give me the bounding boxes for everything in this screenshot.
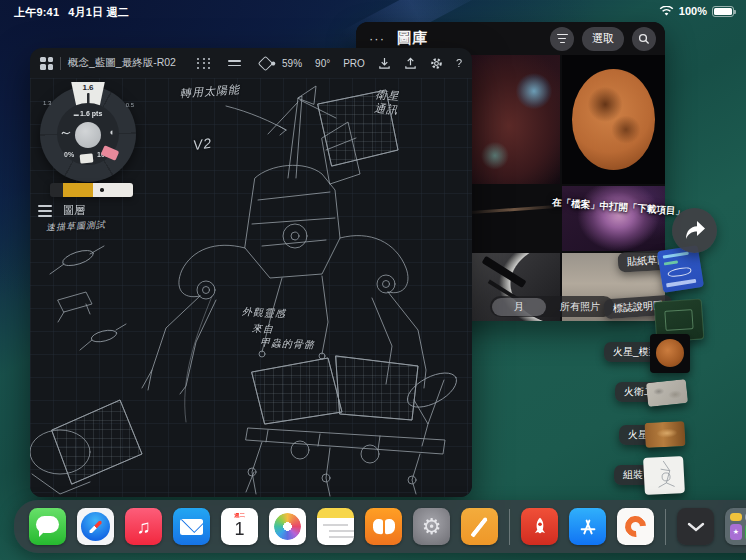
size-readout: 1.6 pts: [57, 110, 119, 117]
notes-lines-icon: [323, 524, 348, 526]
filter-button[interactable]: [550, 27, 574, 51]
date: 4月1日 週二: [68, 5, 129, 20]
color-swatch-bar[interactable]: [50, 183, 133, 197]
precision-grid-icon[interactable]: [197, 56, 211, 70]
contrast-icon[interactable]: ◐: [110, 127, 115, 137]
dock-divider-2: [665, 509, 666, 545]
import-icon[interactable]: [378, 57, 391, 70]
layers-menu-icon[interactable]: [38, 205, 52, 217]
shape-guide-icon[interactable]: [258, 55, 274, 71]
filter-icon: [557, 34, 568, 43]
pro-badge[interactable]: PRO: [343, 58, 365, 69]
app-calendar[interactable]: 週二 1: [221, 508, 258, 545]
app-app-store[interactable]: [569, 508, 606, 545]
photos-title: 圖庫: [397, 29, 427, 48]
select-button[interactable]: 選取: [582, 27, 624, 51]
dock-collapse-button[interactable]: [677, 508, 714, 545]
books-open-icon: [373, 519, 395, 534]
concepts-window: 概念_藍圖_最終版-R02 59% 90° PRO ?: [30, 48, 472, 497]
concepts-c-icon: [621, 512, 651, 542]
annotation-satellite: 衛星通訊: [374, 87, 402, 118]
drag-thumb-mars[interactable]: [644, 421, 685, 448]
document-title[interactable]: 概念_藍圖_最終版-R02: [68, 56, 176, 70]
pen-icon: [470, 516, 488, 538]
layers-label[interactable]: 圖層: [63, 203, 85, 218]
swatch-white[interactable]: [93, 183, 133, 197]
app-rocket[interactable]: [521, 508, 558, 545]
selected-size: 1.6: [82, 83, 93, 92]
smoothing-icon[interactable]: [61, 128, 71, 140]
app-music[interactable]: ♫: [125, 508, 162, 545]
photo-mars-globe[interactable]: [562, 55, 665, 184]
swatch-dark[interactable]: [50, 183, 63, 197]
drag-thumb-assembly[interactable]: [643, 456, 685, 495]
tool-wheel[interactable]: 1.6 1.3 0.5 6.5 1.6 pts ◐ 0% 100%: [40, 86, 136, 182]
swatch-dot: [100, 188, 104, 192]
card-chip-icon[interactable]: [80, 153, 94, 163]
mail-envelope-icon: [180, 519, 203, 535]
tab-all-photos[interactable]: 所有照片: [548, 298, 612, 316]
annotation-inspiration-3: 甲蟲的骨骼: [260, 336, 316, 353]
app-settings[interactable]: ⚙: [413, 508, 450, 545]
search-icon: [638, 33, 650, 45]
rocket-icon: [529, 516, 551, 538]
app-concepts[interactable]: [617, 508, 654, 545]
photo-horsehead-nebula[interactable]: [467, 55, 560, 184]
share-forward-icon: [683, 220, 707, 242]
concepts-toolbar: 概念_藍圖_最終版-R02 59% 90° PRO ?: [30, 48, 472, 78]
tool-size-right: 0.5: [126, 102, 134, 108]
app-messages[interactable]: [29, 508, 66, 545]
annotation-inspiration-2: 來自: [252, 321, 275, 336]
calendar-weekday: 週二: [234, 512, 245, 519]
battery-icon: [712, 6, 734, 17]
menu-lines-icon[interactable]: [228, 60, 241, 66]
tool-size-left: 1.3: [43, 100, 51, 106]
app-books[interactable]: [365, 508, 402, 545]
settings-gear-icon[interactable]: [430, 57, 443, 70]
dock-divider: [509, 509, 510, 545]
zoom-level[interactable]: 59%: [282, 58, 302, 69]
app-notes[interactable]: [317, 508, 354, 545]
clock: 上午9:41: [14, 5, 59, 20]
calendar-day: 1: [234, 520, 244, 538]
swatch-gold[interactable]: [63, 183, 93, 197]
wifi-icon: [659, 6, 674, 17]
photos-view-tabs: 月 所有照片: [490, 296, 614, 317]
color-puck[interactable]: [75, 122, 101, 148]
rotation-value[interactable]: 90°: [315, 58, 330, 69]
export-icon[interactable]: [404, 57, 417, 70]
photo-mars-terrain[interactable]: [467, 186, 560, 251]
app-photos[interactable]: [269, 508, 306, 545]
dock: ♫ 週二 1 ⚙ ★: [14, 500, 746, 553]
app-library[interactable]: ★: [725, 508, 746, 545]
status-bar: 上午9:41 4月1日 週二 100%: [0, 0, 746, 22]
annotation-inspiration-1: 外觀靈感: [242, 305, 287, 321]
chevron-down-icon: [687, 522, 705, 532]
gallery-icon[interactable]: [40, 57, 53, 70]
music-note-icon: ♫: [136, 516, 150, 538]
messages-bubble-icon: [36, 516, 59, 533]
tab-months[interactable]: 月: [492, 298, 546, 316]
app-store-icon: [577, 516, 599, 538]
app-safari[interactable]: [77, 508, 114, 545]
more-icon[interactable]: ···: [365, 31, 389, 46]
settings-gear-glyph: ⚙: [422, 514, 442, 540]
photos-flower-icon: [274, 513, 301, 540]
battery-percent: 100%: [679, 5, 707, 17]
opacity-min: 0%: [64, 151, 74, 158]
annotation-version: V2: [192, 135, 213, 154]
share-button[interactable]: [672, 208, 717, 253]
app-mail[interactable]: [173, 508, 210, 545]
drag-thumb-phobos[interactable]: [646, 379, 688, 407]
help-button[interactable]: ?: [456, 57, 462, 69]
drag-thumb-mars-model[interactable]: [650, 334, 690, 373]
app-sketch[interactable]: [461, 508, 498, 545]
photo-orion-nebula[interactable]: [562, 186, 665, 251]
search-button[interactable]: [632, 27, 656, 51]
